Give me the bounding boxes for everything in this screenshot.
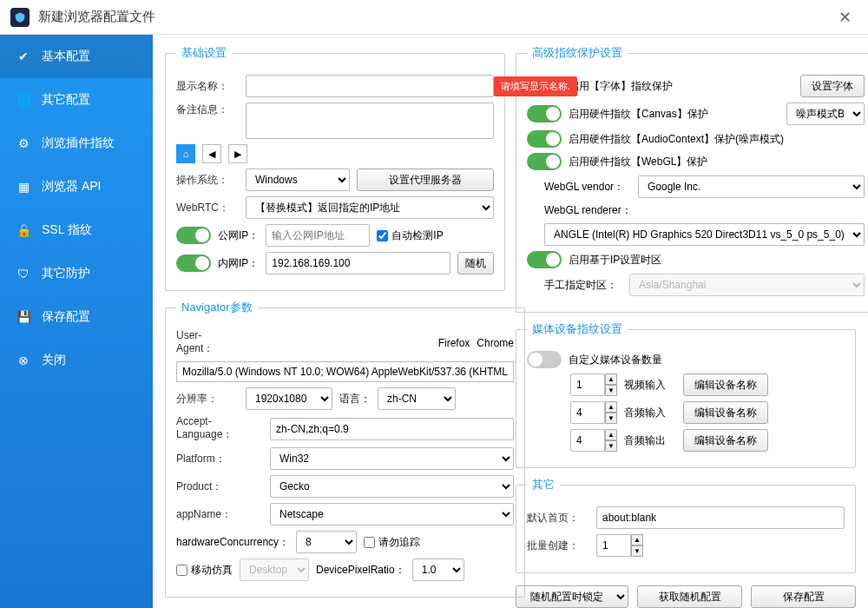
lang-select[interactable]: zh-CN bbox=[378, 387, 456, 410]
lock-random-select[interactable]: 随机配置时锁定 bbox=[516, 585, 628, 608]
platform-select[interactable]: Win32 bbox=[270, 447, 514, 470]
media-legend: 媒体设备指纹设置 bbox=[527, 321, 628, 337]
appname-label: appName： bbox=[176, 507, 263, 522]
navigator-group: Navigator参数 User-Agent： Firefox Chrome M… bbox=[165, 300, 525, 598]
sidebar-item-save[interactable]: 💾保存配置 bbox=[0, 295, 153, 339]
basic-settings-group: 基础设置 显示名称： 请填写显示名称. 备注信息： ⌂ ◀ ▶ bbox=[165, 45, 505, 291]
platform-label: Platform： bbox=[176, 452, 263, 466]
lan-ip-input[interactable] bbox=[266, 252, 450, 274]
ua-label: User-Agent： bbox=[176, 329, 239, 356]
audio-out-label: 音频输出 bbox=[624, 433, 676, 448]
app-logo bbox=[10, 8, 30, 27]
tz-toggle[interactable] bbox=[527, 251, 562, 268]
remark-input[interactable] bbox=[246, 102, 494, 139]
hwcon-label: hardwareConcurrency： bbox=[176, 535, 289, 550]
other-group: 其它 默认首页： 批量创建： ▲▼ bbox=[516, 477, 856, 573]
prev-icon[interactable]: ◀ bbox=[202, 144, 221, 163]
shield-icon: 🛡 bbox=[16, 266, 31, 281]
mobile-checkbox[interactable]: 移动仿真 bbox=[176, 563, 233, 578]
accept-lang-input[interactable] bbox=[270, 418, 514, 440]
appname-select[interactable]: Netscape bbox=[270, 503, 514, 525]
webgl-vendor-label: WebGL vendor： bbox=[544, 180, 631, 195]
resolution-select[interactable]: 1920x1080 bbox=[246, 387, 332, 410]
plugin-icon: ⚙ bbox=[16, 135, 31, 151]
batch-label: 批量创建： bbox=[527, 539, 589, 553]
sidebar-item-api[interactable]: ▦浏览器 API bbox=[0, 165, 153, 208]
lan-ip-label: 内网IP： bbox=[218, 256, 259, 271]
sidebar-item-other[interactable]: 🌐其它配置 bbox=[0, 78, 153, 122]
nav-legend: Navigator参数 bbox=[176, 300, 258, 315]
accept-lang-label: Accept-Language： bbox=[176, 415, 263, 442]
mobile-select: Desktop bbox=[240, 558, 309, 581]
lock-icon: 🔒 bbox=[16, 222, 31, 238]
manual-tz-select: Asia/Shanghai bbox=[629, 274, 865, 296]
window-title: 新建浏览器配置文件 bbox=[38, 9, 832, 25]
save-config-button[interactable]: 保存配置 bbox=[751, 585, 856, 608]
public-ip-toggle[interactable] bbox=[176, 227, 211, 244]
close-icon: ⊗ bbox=[16, 353, 31, 368]
check-icon: ✔ bbox=[16, 49, 31, 64]
sidebar-item-basic[interactable]: ✔基本配置 bbox=[0, 35, 153, 78]
homepage-input[interactable] bbox=[596, 506, 845, 529]
display-name-error: 请填写显示名称. bbox=[494, 76, 577, 96]
api-icon: ▦ bbox=[16, 179, 31, 195]
canvas-mode-select[interactable]: 噪声模式B bbox=[786, 102, 865, 125]
sidebar-item-ssl[interactable]: 🔒SSL 指纹 bbox=[0, 208, 153, 252]
proxy-button[interactable]: 设置代理服务器 bbox=[357, 169, 494, 191]
save-icon: 💾 bbox=[16, 309, 31, 325]
sidebar-item-plugin[interactable]: ⚙浏览插件指纹 bbox=[0, 122, 153, 165]
titlebar: 新建浏览器配置文件 ✕ bbox=[0, 0, 868, 35]
resolution-label: 分辨率： bbox=[176, 392, 239, 406]
audio-label: 启用硬件指纹【AudioContext】保护(噪声模式) bbox=[569, 132, 784, 147]
public-ip-label: 公网IP： bbox=[218, 228, 259, 243]
close-button[interactable]: ✕ bbox=[832, 4, 858, 30]
audio-out-stepper[interactable]: ▲▼ bbox=[570, 429, 617, 452]
get-random-button[interactable]: 获取随机配置 bbox=[637, 585, 742, 608]
chrome-link[interactable]: Chrome bbox=[477, 337, 514, 349]
sidebar: ✔基本配置 🌐其它配置 ⚙浏览插件指纹 ▦浏览器 API 🔒SSL 指纹 🛡其它… bbox=[0, 35, 153, 608]
display-name-input[interactable] bbox=[246, 75, 494, 97]
public-ip-input[interactable] bbox=[266, 224, 370, 247]
homepage-label: 默认首页： bbox=[527, 511, 589, 525]
media-group: 媒体设备指纹设置 自定义媒体设备数量 ▲▼ 视频输入 编辑设备名称 ▲▼ 音频输… bbox=[516, 321, 856, 468]
lang-label: 语言： bbox=[339, 392, 371, 406]
manual-tz-label: 手工指定时区： bbox=[544, 278, 622, 293]
globe-icon: 🌐 bbox=[16, 92, 31, 108]
lan-ip-toggle[interactable] bbox=[176, 254, 211, 272]
hwcon-select[interactable]: 8 bbox=[296, 531, 357, 553]
font-label: 启用【字体】指纹保护 bbox=[569, 79, 793, 94]
auto-detect-ip-checkbox[interactable]: 自动检测IP bbox=[377, 228, 443, 243]
canvas-toggle[interactable] bbox=[527, 105, 562, 122]
firefox-link[interactable]: Firefox bbox=[438, 337, 470, 349]
random-ip-button[interactable]: 随机 bbox=[457, 252, 494, 274]
audio-toggle[interactable] bbox=[527, 130, 562, 148]
audio-in-stepper[interactable]: ▲▼ bbox=[570, 401, 617, 424]
os-select[interactable]: Windows bbox=[246, 169, 350, 191]
next-icon[interactable]: ▶ bbox=[228, 144, 247, 163]
video-in-stepper[interactable]: ▲▼ bbox=[570, 373, 617, 396]
webgl-renderer-label: WebGL renderer： bbox=[544, 203, 632, 218]
dpr-select[interactable]: 1.0 bbox=[412, 558, 464, 581]
webgl-vendor-select[interactable]: Google Inc. bbox=[638, 175, 865, 198]
media-custom-toggle[interactable] bbox=[527, 351, 562, 368]
product-label: Product： bbox=[176, 479, 263, 494]
webgl-renderer-select[interactable]: ANGLE (Intel(R) HD Graphics 520 Direct3D… bbox=[544, 223, 865, 246]
font-button[interactable]: 设置字体 bbox=[800, 75, 865, 97]
tz-label: 启用基于IP设置时区 bbox=[569, 253, 661, 268]
sidebar-item-protect[interactable]: 🛡其它防护 bbox=[0, 252, 153, 295]
home-icon[interactable]: ⌂ bbox=[176, 144, 195, 163]
webgl-label: 启用硬件指纹【WebGL】保护 bbox=[569, 155, 707, 169]
edit-video-button[interactable]: 编辑设备名称 bbox=[683, 373, 768, 396]
edit-audio-out-button[interactable]: 编辑设备名称 bbox=[683, 429, 768, 452]
batch-stepper[interactable]: ▲▼ bbox=[596, 534, 643, 557]
ua-value[interactable]: Mozilla/5.0 (Windows NT 10.0; WOW64) App… bbox=[176, 361, 514, 382]
sidebar-item-close[interactable]: ⊗关闭 bbox=[0, 339, 153, 382]
dnt-checkbox[interactable]: 请勿追踪 bbox=[364, 535, 420, 550]
display-name-label: 显示名称： bbox=[176, 79, 239, 94]
edit-audio-in-button[interactable]: 编辑设备名称 bbox=[683, 401, 768, 424]
product-select[interactable]: Gecko bbox=[270, 475, 514, 498]
webgl-toggle[interactable] bbox=[527, 153, 562, 170]
fp-legend: 高级指纹保护设置 bbox=[527, 45, 628, 61]
basic-legend: 基础设置 bbox=[176, 45, 232, 61]
webrtc-select[interactable]: 【替换模式】返回指定的IP地址 bbox=[246, 196, 494, 219]
